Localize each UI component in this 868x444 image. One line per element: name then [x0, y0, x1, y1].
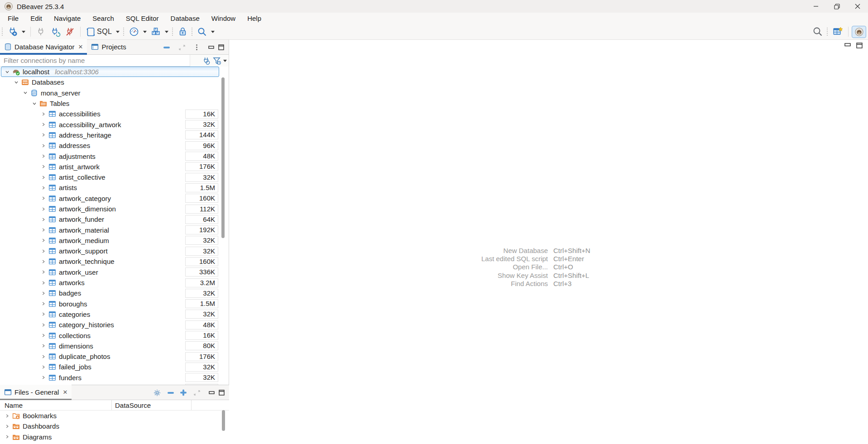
tree-node-table[interactable]: adjustments48K [0, 151, 229, 161]
chevron-right-icon[interactable] [40, 217, 47, 222]
chevron-right-icon[interactable] [40, 270, 47, 274]
security-button[interactable] [176, 26, 189, 38]
tree-node-table[interactable]: addresses96K [0, 140, 229, 151]
file-row-bookmarks[interactable]: Bookmarks [0, 411, 229, 421]
chevron-right-icon[interactable] [40, 291, 47, 296]
tree-node-table[interactable]: artwork_dimension112K [0, 204, 229, 214]
column-name[interactable]: Name [0, 401, 111, 409]
tree-node-table[interactable]: artworks3.2M [0, 277, 229, 288]
tree-node-table[interactable]: funders32K [0, 372, 229, 383]
connect-button[interactable] [34, 26, 48, 38]
tree-node-table[interactable]: artists1.5M [0, 182, 229, 193]
chevron-right-icon[interactable] [40, 196, 47, 201]
menu-search[interactable]: Search [86, 14, 120, 23]
filter-connections-input[interactable] [0, 55, 189, 66]
chevron-down-icon[interactable] [4, 70, 11, 74]
new-connection-dropdown-icon[interactable] [22, 31, 25, 35]
maximize-editor-button[interactable] [856, 43, 863, 48]
chevron-right-icon[interactable] [40, 228, 47, 232]
settings-gear-button[interactable] [152, 388, 162, 398]
link-with-editor-button[interactable] [177, 43, 187, 53]
tree-node-table[interactable]: categories32K [0, 309, 229, 320]
tree-node-table[interactable]: artwork_user336K [0, 267, 229, 277]
tree-node-table[interactable]: accessibilities16K [0, 109, 229, 119]
search-dropdown-icon[interactable] [211, 31, 215, 35]
tree-node-table[interactable]: badges32K [0, 288, 229, 298]
quick-search-button[interactable] [811, 25, 825, 38]
tree-node-table[interactable]: collections16K [0, 330, 229, 340]
tree-node-table[interactable]: category_histories48K [0, 320, 229, 330]
reconnect-button[interactable] [48, 26, 62, 38]
tab-projects[interactable]: Projects [87, 39, 130, 54]
menu-help[interactable]: Help [241, 14, 267, 23]
chevron-right-icon[interactable] [40, 207, 47, 211]
navigator-scrollbar[interactable] [221, 77, 225, 238]
tree-node-databases[interactable]: Databases [0, 77, 229, 87]
chevron-right-icon[interactable] [40, 186, 47, 190]
sql-editor-dropdown-icon[interactable] [116, 31, 120, 35]
tree-node-table[interactable]: failed_jobs32K [0, 362, 229, 372]
chevron-right-icon[interactable] [40, 238, 47, 243]
chevron-right-icon[interactable] [40, 354, 47, 359]
search-data-button[interactable] [196, 26, 209, 38]
expand-all-button[interactable] [178, 388, 188, 398]
collapse-all-button[interactable] [166, 388, 176, 398]
chevron-right-icon[interactable] [4, 434, 11, 439]
disconnect-button[interactable] [63, 26, 77, 38]
tree-node-table[interactable]: artwork_medium32K [0, 235, 229, 246]
minimize-editor-button[interactable] [844, 43, 851, 48]
menu-edit[interactable]: Edit [24, 14, 48, 23]
data-transfer-dropdown-icon[interactable] [165, 31, 168, 35]
tree-node-tables-folder[interactable]: Tables [0, 98, 229, 109]
chevron-right-icon[interactable] [40, 133, 47, 137]
files-scrollbar[interactable] [222, 410, 225, 431]
chevron-right-icon[interactable] [40, 344, 47, 348]
filter-dropdown-icon[interactable] [223, 60, 227, 64]
link-with-editor-button[interactable] [192, 388, 202, 398]
chevron-right-icon[interactable] [40, 154, 47, 158]
dashboard-button[interactable] [127, 25, 141, 38]
chevron-right-icon[interactable] [40, 323, 47, 327]
dbeaver-perspective-button[interactable] [852, 26, 866, 38]
tree-node-table[interactable]: boroughs1.5M [0, 299, 229, 309]
data-transfer-button[interactable] [149, 25, 163, 38]
menu-sql-editor[interactable]: SQL Editor [120, 14, 165, 23]
chevron-right-icon[interactable] [40, 375, 47, 380]
chevron-down-icon[interactable] [22, 91, 29, 95]
close-window-button[interactable] [847, 0, 868, 13]
collapse-all-button[interactable] [162, 43, 172, 53]
chevron-right-icon[interactable] [40, 175, 47, 180]
tab-database-navigator[interactable]: Database Navigator ✕ [0, 39, 87, 54]
tree-node-schema[interactable]: mona_server [0, 88, 229, 98]
tab-files-general[interactable]: Files - General ✕ [0, 385, 72, 400]
tree-node-table[interactable]: artwork_category160K [0, 193, 229, 204]
chevron-right-icon[interactable] [40, 143, 47, 148]
tree-node-table[interactable]: address_heritage144K [0, 130, 229, 140]
tree-node-table[interactable]: artwork_material192K [0, 224, 229, 235]
chevron-right-icon[interactable] [40, 122, 47, 127]
menu-database[interactable]: Database [165, 14, 206, 23]
chevron-right-icon[interactable] [40, 112, 47, 116]
column-datasource[interactable]: DataSource [111, 401, 191, 409]
sql-editor-button[interactable]: SQL [84, 26, 114, 38]
tree-node-table[interactable]: artwork_funder64K [0, 214, 229, 224]
close-tab-icon[interactable]: ✕ [78, 43, 83, 50]
file-row-diagrams[interactable]: Diagrams [0, 432, 229, 442]
chevron-down-icon[interactable] [13, 80, 20, 85]
tree-node-connection[interactable]: localhostlocalhost:3306 [1, 67, 219, 77]
restore-window-button[interactable] [826, 0, 847, 13]
chevron-right-icon[interactable] [40, 249, 47, 253]
chevron-right-icon[interactable] [40, 281, 47, 285]
close-tab-icon[interactable]: ✕ [62, 389, 67, 396]
chevron-right-icon[interactable] [4, 414, 11, 418]
filter-settings-icon[interactable] [212, 56, 222, 66]
tree-node-table[interactable]: accessibility_artwork32K [0, 119, 229, 129]
chevron-right-icon[interactable] [40, 365, 47, 369]
view-menu-button[interactable] [192, 43, 201, 53]
tree-node-table[interactable]: artist_collective32K [0, 172, 229, 182]
tree-node-table[interactable]: dimensions80K [0, 341, 229, 351]
new-connection-button[interactable] [6, 25, 19, 38]
menu-navigate[interactable]: Navigate [48, 14, 86, 23]
maximize-panel-button[interactable] [216, 388, 226, 398]
chevron-right-icon[interactable] [4, 424, 11, 429]
